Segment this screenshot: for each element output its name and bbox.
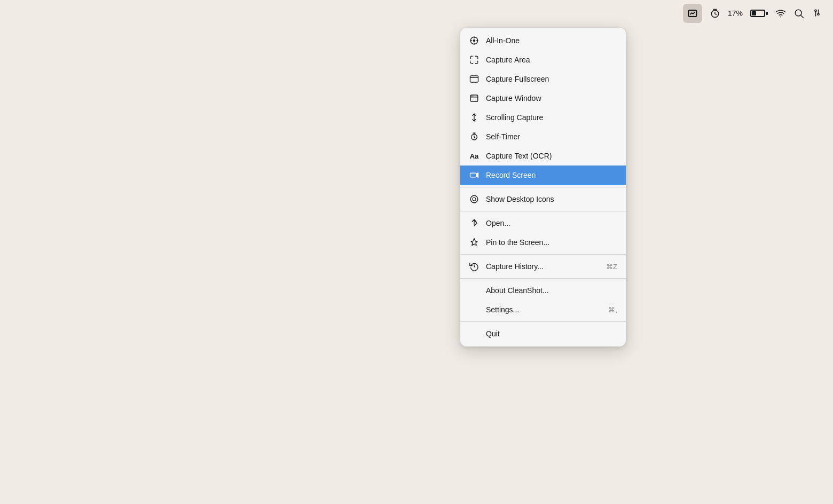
svg-rect-16 <box>470 76 478 82</box>
cleanshot-dropdown-menu: All-In-One Capture Area Capture Fullscre… <box>460 28 626 346</box>
battery-percent-label: 17% <box>728 9 743 18</box>
menu-item-settings-label: Settings... <box>486 305 519 314</box>
menu-item-settings-shortcut: ⌘, <box>608 306 617 314</box>
scrolling-capture-icon <box>469 112 480 123</box>
menu-item-scrolling-capture[interactable]: Scrolling Capture <box>460 108 626 127</box>
menu-item-about-cleanshot-label: About CleanShot... <box>486 286 549 295</box>
menu-item-capture-window[interactable]: Capture Window <box>460 89 626 108</box>
svg-line-5 <box>801 15 804 18</box>
menu-item-capture-text-ocr-label: Capture Text (OCR) <box>486 152 552 160</box>
history-icon <box>469 261 480 272</box>
record-screen-icon <box>469 170 480 180</box>
menu-item-pin-to-screen-label: Pin to the Screen... <box>486 238 549 247</box>
menu-item-capture-area-label: Capture Area <box>486 56 530 64</box>
menu-item-record-screen-label: Record Screen <box>486 171 536 179</box>
menu-item-all-in-one[interactable]: All-In-One <box>460 31 626 50</box>
menu-item-pin-to-screen[interactable]: Pin to the Screen... <box>460 233 626 252</box>
capture-fullscreen-icon <box>469 74 480 84</box>
battery-icon <box>750 10 768 17</box>
menu-item-quit-label: Quit <box>486 329 500 338</box>
pin-icon <box>469 237 480 248</box>
timer-menubar-item <box>710 8 720 19</box>
about-icon <box>469 285 480 296</box>
menu-item-capture-fullscreen-label: Capture Fullscreen <box>486 75 549 83</box>
svg-point-28 <box>473 198 476 201</box>
svg-point-27 <box>470 195 478 203</box>
divider-after-record-screen <box>460 187 626 187</box>
svg-point-3 <box>780 17 781 18</box>
divider-after-history <box>460 278 626 279</box>
menu-item-settings[interactable]: Settings... ⌘, <box>460 300 626 319</box>
menu-item-open-label: Open... <box>486 219 510 227</box>
capture-text-icon: Aa <box>469 151 480 161</box>
menu-item-capture-history-label: Capture History... <box>486 262 544 271</box>
capture-window-icon <box>469 93 480 104</box>
menu-item-capture-history[interactable]: Capture History... ⌘Z <box>460 257 626 276</box>
svg-rect-25 <box>470 173 476 177</box>
menu-item-capture-text-ocr[interactable]: Aa Capture Text (OCR) <box>460 146 626 166</box>
svg-point-11 <box>473 40 476 42</box>
divider-after-settings <box>460 321 626 322</box>
self-timer-icon <box>469 131 480 142</box>
show-desktop-icon <box>469 194 480 204</box>
menu-item-show-desktop-icons-label: Show Desktop Icons <box>486 195 554 203</box>
menu-item-show-desktop-icons[interactable]: Show Desktop Icons <box>460 190 626 209</box>
quit-icon <box>469 328 480 339</box>
menu-item-self-timer-label: Self-Timer <box>486 132 520 141</box>
capture-area-icon <box>469 54 480 65</box>
menu-item-about-cleanshot[interactable]: About CleanShot... <box>460 281 626 300</box>
svg-marker-26 <box>476 173 478 178</box>
all-in-one-icon <box>469 35 480 46</box>
wifi-icon <box>775 8 786 19</box>
menu-item-capture-history-shortcut: ⌘Z <box>606 263 617 271</box>
settings-icon <box>469 304 480 315</box>
divider-after-pin <box>460 254 626 255</box>
divider-after-desktop-icons <box>460 211 626 211</box>
svg-point-20 <box>471 96 473 97</box>
menu-item-open[interactable]: Open... <box>460 214 626 233</box>
menu-item-capture-fullscreen[interactable]: Capture Fullscreen <box>460 69 626 89</box>
menu-item-self-timer[interactable]: Self-Timer <box>460 127 626 146</box>
cleanshot-menubar-button[interactable] <box>683 4 702 23</box>
menu-item-scrolling-capture-label: Scrolling Capture <box>486 113 543 122</box>
menu-item-capture-window-label: Capture Window <box>486 94 541 103</box>
open-icon <box>469 218 480 229</box>
svg-point-21 <box>473 96 474 97</box>
menu-item-quit[interactable]: Quit <box>460 324 626 343</box>
menu-item-record-screen[interactable]: Record Screen <box>460 166 626 185</box>
menu-item-all-in-one-label: All-In-One <box>486 36 520 45</box>
menu-item-capture-area[interactable]: Capture Area <box>460 50 626 69</box>
search-icon <box>793 8 804 19</box>
menubar: 17% <box>0 0 833 27</box>
control-center-icon <box>812 8 822 19</box>
